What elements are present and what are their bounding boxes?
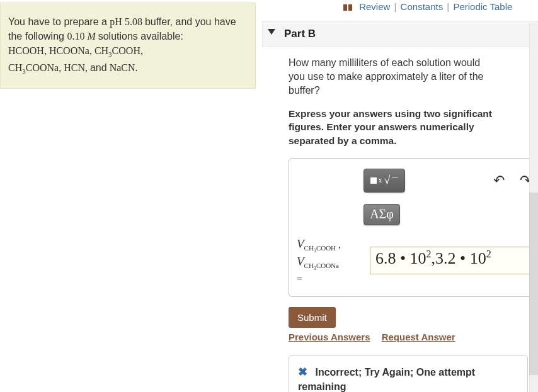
answer-input-panel: x√ ↶ ↷ ΑΣφ VCH3COOH , VCH3COONa = 6.8 • … bbox=[289, 158, 538, 297]
submit-button[interactable]: Submit bbox=[289, 307, 336, 328]
variable-labels: VCH3COOH , VCH3COONa = bbox=[294, 237, 370, 285]
problem-text-3: solutions available: bbox=[98, 31, 183, 42]
book-icon bbox=[343, 3, 354, 13]
separator: | bbox=[447, 1, 449, 12]
concentration-value: 0.10 bbox=[67, 31, 84, 42]
separator: | bbox=[394, 1, 397, 12]
ph-label: pH bbox=[110, 16, 122, 27]
concentration-unit: M bbox=[87, 31, 95, 42]
equation-toolbar: x√ ↶ ↷ bbox=[294, 169, 534, 193]
link-review[interactable]: Review bbox=[359, 1, 390, 12]
scrollbar-thumb[interactable] bbox=[529, 193, 538, 375]
previous-answers-link[interactable]: Previous Answers bbox=[289, 332, 370, 342]
feedback-box: ✖ Incorrect; Try Again; One attempt rema… bbox=[289, 355, 528, 392]
problem-text-1: You have to prepare a bbox=[8, 16, 110, 27]
answer-instruction: Express your answers using two significa… bbox=[289, 107, 509, 148]
answer-links: Previous Answers Request Answer bbox=[289, 332, 538, 342]
part-header[interactable]: Part B bbox=[262, 21, 538, 47]
link-periodic-table[interactable]: Periodic Table bbox=[453, 1, 512, 12]
equals-sign: = bbox=[297, 273, 302, 284]
chemicals-line-1: HCOOH, HCOONa, CH3COOH, bbox=[8, 45, 143, 56]
templates-icon: x√ bbox=[370, 174, 399, 187]
incorrect-icon: ✖ bbox=[298, 366, 307, 378]
feedback-text: Incorrect; Try Again; One attempt remain… bbox=[298, 367, 475, 392]
answer-input-row: VCH3COOH , VCH3COONa = 6.8 • 102,3.2 • 1… bbox=[294, 237, 534, 285]
collapse-caret-icon[interactable] bbox=[268, 29, 275, 35]
part-body: How many milliliters of each solution wo… bbox=[262, 56, 538, 392]
answer-input[interactable]: 6.8 • 102,3.2 • 102 bbox=[370, 247, 534, 274]
problem-statement: You have to prepare a pH 5.08 buffer, an… bbox=[0, 3, 256, 89]
link-constants[interactable]: Constants bbox=[401, 1, 444, 12]
question-text: How many milliliters of each solution wo… bbox=[289, 56, 496, 98]
greek-symbols-button[interactable]: ΑΣφ bbox=[363, 204, 400, 225]
undo-icon[interactable]: ↶ bbox=[493, 172, 505, 189]
top-links: Review | Constants | Periodic Table bbox=[262, 0, 538, 17]
ph-value: 5.08 bbox=[125, 16, 142, 27]
scrollbar-track[interactable] bbox=[529, 23, 538, 392]
chemicals-line-2: CH3COONa, HCN, and NaCN. bbox=[8, 62, 138, 73]
templates-button[interactable]: x√ bbox=[363, 169, 405, 193]
answer-panel: Review | Constants | Periodic Table Part… bbox=[262, 0, 538, 392]
part-label: Part B bbox=[284, 28, 316, 40]
request-answer-link[interactable]: Request Answer bbox=[382, 332, 455, 342]
